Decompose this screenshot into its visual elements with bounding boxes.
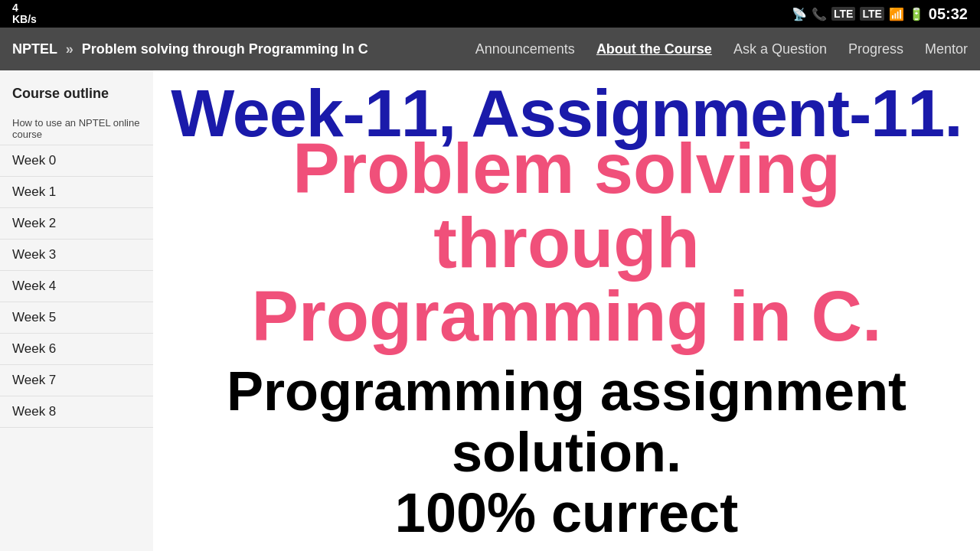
nav-progress[interactable]: Progress: [848, 41, 903, 57]
breadcrumb-separator: »: [66, 41, 74, 57]
pink-overlay: Problem solving through Programming in C…: [153, 132, 980, 354]
pink-line2: Programming in C.: [153, 279, 980, 354]
sidebar-item-week3[interactable]: Week 3: [0, 240, 153, 271]
data-usage: 4 KB/s: [12, 2, 37, 26]
sidebar-item-how-to[interactable]: How to use an NPTEL online course: [0, 112, 153, 145]
phone-icon: 📞: [812, 7, 827, 21]
overlay-content: Week-11, Assignment-11. Problem solving …: [153, 70, 980, 551]
status-right: 📡 📞 LTE LTE 📶 🔋 05:32: [792, 5, 968, 23]
sidebar-item-week8[interactable]: Week 8: [0, 396, 153, 428]
lte2-badge: LTE: [860, 7, 884, 21]
sidebar-title: Course outline: [0, 80, 153, 112]
nav-about-course[interactable]: About the Course: [596, 41, 712, 57]
black-overlay: Programming assignment solution. 100% cu…: [153, 361, 980, 543]
sidebar-item-week4[interactable]: Week 4: [0, 271, 153, 302]
battery-icon: 🔋: [909, 7, 924, 21]
signal-icon: 📶: [889, 7, 904, 21]
black-line1: Programming assignment solution.: [153, 361, 980, 482]
data-unit: KB/s: [12, 14, 37, 25]
breadcrumb-start: NPTEL: [12, 41, 57, 57]
sidebar-item-week7[interactable]: Week 7: [0, 365, 153, 396]
sidebar: Course outline How to use an NPTEL onlin…: [0, 70, 153, 551]
nav-announcements[interactable]: Announcements: [475, 41, 575, 57]
sidebar-item-week0[interactable]: Week 0: [0, 145, 153, 177]
sidebar-item-week1[interactable]: Week 1: [0, 177, 153, 208]
data-value: 4: [12, 2, 37, 14]
nav-ask-question[interactable]: Ask a Question: [733, 41, 827, 57]
sidebar-item-week5[interactable]: Week 5: [0, 302, 153, 334]
nav-bar: NPTEL » Problem solving through Programm…: [0, 28, 980, 70]
black-line2: 100% currect: [153, 483, 980, 543]
time-display: 05:32: [929, 5, 968, 23]
sidebar-item-week6[interactable]: Week 6: [0, 334, 153, 365]
main-content: Course outline How to use an NPTEL onlin…: [0, 70, 980, 551]
nav-mentor[interactable]: Mentor: [925, 41, 968, 57]
status-bar: 4 KB/s 📡 📞 LTE LTE 📶 🔋 05:32: [0, 0, 980, 28]
breadcrumb-end: Problem solving through Programming In C: [82, 41, 368, 57]
cast-icon: 📡: [792, 7, 807, 21]
pink-line1: Problem solving through: [153, 132, 980, 279]
week-heading: Week-11, Assignment-11.: [153, 70, 980, 148]
lte1-badge: LTE: [831, 7, 855, 21]
breadcrumb: NPTEL » Problem solving through Programm…: [12, 41, 368, 57]
nav-links: Announcements About the Course Ask a Que…: [475, 41, 968, 57]
sidebar-item-week2[interactable]: Week 2: [0, 208, 153, 240]
